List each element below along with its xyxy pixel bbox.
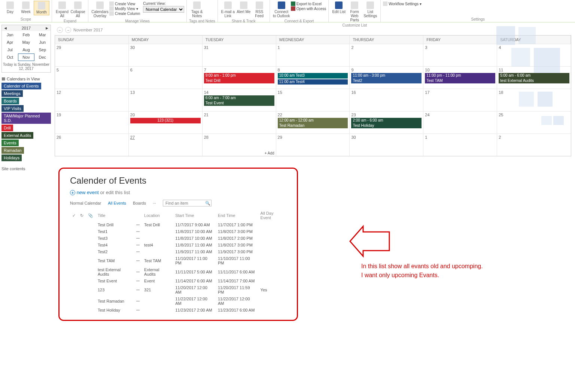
- col-check[interactable]: ✓: [70, 209, 78, 221]
- calendar-event[interactable]: 6:00 am - 7:00 amTest Event: [204, 95, 274, 106]
- day-cell[interactable]: 911:00 am - 3:00 pmTest2: [350, 67, 423, 89]
- calendar-event[interactable]: 11:00 pm - 11:00 pmTest TAM: [425, 73, 495, 83]
- edit-list[interactable]: Edit List: [331, 1, 347, 15]
- calendar-event[interactable]: 5:00 am - 6:00 amtest External Audits: [499, 73, 569, 83]
- day-cell[interactable]: 810:00 am Test311:00 am Test4: [276, 67, 350, 89]
- calendar-event[interactable]: 11:00 am - 3:00 pmTest2: [351, 73, 422, 83]
- day-cell[interactable]: 30: [129, 44, 203, 66]
- mini-month-dec[interactable]: Dec: [34, 53, 51, 61]
- form-web-parts[interactable]: Form Web Parts: [347, 1, 362, 23]
- col-location[interactable]: Location: [142, 209, 173, 221]
- table-row[interactable]: test External Audits···External Audits11…: [70, 266, 286, 278]
- mini-month-aug[interactable]: Aug: [18, 46, 34, 53]
- expand-all[interactable]: Expand All: [54, 1, 70, 19]
- prev-year[interactable]: ◄: [3, 26, 7, 30]
- export-excel[interactable]: Export to Excel: [291, 1, 326, 6]
- mini-month-jan[interactable]: Jan: [2, 31, 18, 39]
- day-cell[interactable]: 6: [129, 67, 203, 89]
- search-input[interactable]: [164, 200, 205, 206]
- day-cell[interactable]: 27: [129, 134, 203, 156]
- col-sync[interactable]: ↻: [78, 209, 86, 221]
- day-cell[interactable]: 18: [497, 89, 571, 111]
- day-cell[interactable]: 16: [350, 89, 423, 111]
- calendar-event[interactable]: 123 (321): [130, 118, 201, 123]
- table-row[interactable]: Test Event···Event11/14/2017 6:00 AM11/1…: [70, 278, 286, 284]
- modify-view[interactable]: Modify View ▾: [109, 6, 140, 11]
- day-cell[interactable]: 115:00 am - 6:00 amtest External Audits: [497, 67, 571, 89]
- day-cell[interactable]: 79:00 am - 1:00 pmTest Drill: [203, 67, 276, 89]
- day-cell[interactable]: 12: [55, 89, 129, 111]
- day-cell[interactable]: 31: [203, 44, 276, 66]
- mini-month-feb[interactable]: Feb: [18, 31, 34, 39]
- scope-week[interactable]: Week: [18, 1, 34, 15]
- calendar-tag[interactable]: Calender of Events: [1, 83, 41, 89]
- mini-month-mar[interactable]: Mar: [34, 31, 51, 39]
- day-cell[interactable]: 5: [55, 67, 129, 89]
- mini-month-may[interactable]: May: [18, 39, 34, 46]
- day-cell[interactable]: 1: [423, 134, 497, 156]
- tags-notes[interactable]: Tags & Notes: [189, 1, 205, 19]
- table-row[interactable]: 123···32111/20/2017 12:00 AM11/20/2017 1…: [70, 284, 286, 295]
- calendar-event[interactable]: 12:00 am - 12:00 amTest Ramadan: [278, 118, 348, 128]
- day-cell[interactable]: 2212:00 am - 12:00 amTest Ramadan: [276, 111, 350, 134]
- calendar-tag[interactable]: Events: [1, 140, 19, 146]
- calendars-overlay[interactable]: Calendars Overlay: [91, 1, 109, 19]
- search-icon[interactable]: 🔍: [205, 201, 210, 206]
- day-cell[interactable]: 21: [203, 111, 276, 134]
- col-allday[interactable]: All Day Event: [258, 209, 286, 221]
- day-cell[interactable]: 29: [55, 44, 129, 66]
- email-link[interactable]: E-mail a Link: [220, 1, 236, 19]
- day-cell[interactable]: 15: [276, 89, 350, 111]
- list-settings[interactable]: List Settings: [362, 1, 378, 19]
- calendar-tag[interactable]: Holidays: [1, 154, 22, 161]
- mini-month-jun[interactable]: Jun: [34, 39, 51, 46]
- scope-month[interactable]: Month: [34, 1, 49, 15]
- mini-month-nov[interactable]: Nov: [18, 53, 34, 61]
- day-cell[interactable]: 1: [276, 44, 350, 66]
- alert-me[interactable]: Alert Me: [236, 1, 252, 15]
- scope-day[interactable]: Day: [2, 1, 18, 15]
- day-cell[interactable]: 1011:00 pm - 11:00 pmTest TAM: [423, 67, 497, 89]
- current-view-select[interactable]: Normal Calendar: [143, 6, 184, 13]
- table-row[interactable]: Test Ramadan···11/22/2017 12:00 AM11/22/…: [70, 295, 286, 307]
- connect-outlook[interactable]: Connect to Outlook: [272, 1, 291, 19]
- col-end[interactable]: End Time: [216, 209, 258, 221]
- new-event-link[interactable]: new event: [77, 190, 99, 195]
- calendar-tag[interactable]: TAM/Major Planned S.D.: [1, 113, 51, 124]
- table-row[interactable]: Test Drill···Test Drill11/7/2017 9:00 AM…: [70, 221, 286, 228]
- day-cell[interactable]: 2: [350, 44, 423, 66]
- calendar-tag[interactable]: VIP Visits: [1, 105, 24, 112]
- col-title[interactable]: Title: [95, 209, 134, 221]
- new-event-plus-icon[interactable]: +: [70, 190, 75, 195]
- calendar-tag[interactable]: Ramadan: [1, 147, 24, 154]
- mini-month-sep[interactable]: Sep: [34, 46, 51, 53]
- add-event-link[interactable]: + Add: [265, 151, 274, 155]
- rss-feed[interactable]: RSS Feed: [252, 1, 267, 19]
- calendar-event[interactable]: 10:00 am Test3: [278, 73, 348, 79]
- col-attach[interactable]: 📎: [86, 209, 95, 221]
- view-normal[interactable]: Normal Calendar: [70, 201, 101, 205]
- mini-month-apr[interactable]: Apr: [2, 39, 18, 46]
- create-column[interactable]: Create Column: [109, 11, 140, 16]
- day-cell[interactable]: 26: [55, 134, 129, 156]
- day-cell[interactable]: 30: [350, 134, 423, 156]
- day-cell[interactable]: 146:00 am - 7:00 amTest Event: [203, 89, 276, 111]
- create-view[interactable]: Create View: [109, 1, 140, 6]
- view-more[interactable]: ···: [153, 201, 156, 205]
- calendar-tag[interactable]: Meetings: [1, 90, 23, 97]
- table-row[interactable]: Test Holiday···11/23/2017 2:00 AM11/23/2…: [70, 307, 286, 313]
- mini-month-jul[interactable]: Jul: [2, 46, 18, 53]
- calendar-event[interactable]: 9:00 am - 1:00 pmTest Drill: [204, 73, 274, 83]
- day-cell[interactable]: 20123 (321): [129, 111, 203, 134]
- calendar-event[interactable]: 2:00 am - 6:00 amTest Holiday: [351, 118, 422, 128]
- col-start[interactable]: Start Time: [173, 209, 216, 221]
- day-cell[interactable]: 28+ Add: [203, 134, 276, 156]
- calendar-tag[interactable]: External Audits: [1, 132, 33, 139]
- calendar-event[interactable]: 11:00 am Test4: [278, 79, 348, 85]
- day-cell[interactable]: 2: [497, 134, 571, 156]
- day-cell[interactable]: 19: [55, 111, 129, 134]
- table-row[interactable]: Test TAM···Test TAM11/10/2017 11:00 PM11…: [70, 255, 286, 266]
- table-row[interactable]: Test4···test411/8/2017 11:00 AM11/8/2017…: [70, 242, 286, 248]
- site-contents[interactable]: Site contents: [1, 166, 51, 171]
- table-row[interactable]: Test3···11/8/2017 10:00 AM11/8/2017 2:00…: [70, 235, 286, 242]
